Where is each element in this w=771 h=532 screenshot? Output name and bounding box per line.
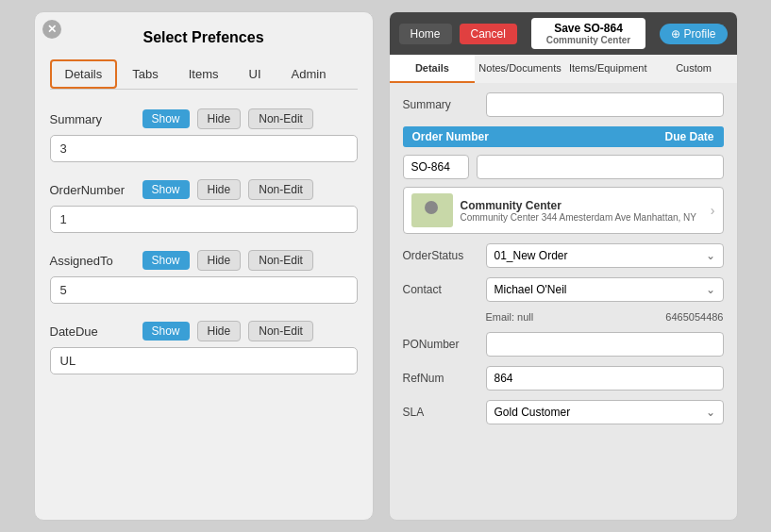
tab-ui[interactable]: UI bbox=[234, 59, 277, 89]
chevron-down-icon: ⌄ bbox=[706, 249, 715, 262]
datedue-hide-button[interactable]: Hide bbox=[197, 321, 242, 341]
preferences-panel: ✕ Select Prefences Details Tabs Items UI… bbox=[34, 11, 374, 521]
sla-row: SLA Gold Customer ⌄ bbox=[403, 400, 724, 424]
contact-value: Michael O'Neil bbox=[494, 283, 567, 296]
tab-admin[interactable]: Admin bbox=[277, 59, 342, 89]
orderstatus-label: OrderStatus bbox=[403, 249, 478, 262]
orderstatus-value: 01_New Order bbox=[494, 249, 568, 262]
location-address: Community Center 344 Amesterdam Ave Manh… bbox=[461, 212, 703, 223]
pref-datedue-row: DateDue Show Hide Non-Edit bbox=[50, 321, 358, 341]
pref-summary-row: Summary Show Hide Non-Edit bbox=[50, 108, 358, 129]
pref-assignedto-row: AssignedTo Show Hide Non-Edit bbox=[50, 250, 358, 271]
location-card[interactable]: Community Center Community Center 344 Am… bbox=[403, 187, 724, 234]
profile-button[interactable]: ⊕ Profile bbox=[660, 24, 727, 44]
sla-label: SLA bbox=[403, 406, 478, 419]
chevron-down-icon: ⌄ bbox=[706, 283, 715, 296]
save-button[interactable]: Save SO-864 Community Center bbox=[531, 18, 645, 49]
summary-nonedit-button[interactable]: Non-Edit bbox=[248, 108, 313, 129]
ponumber-label: PONumber bbox=[403, 338, 478, 351]
tab-notes[interactable]: Notes/Documents bbox=[475, 55, 564, 83]
pref-datedue-section: DateDue Show Hide Non-Edit bbox=[50, 321, 358, 374]
datedue-show-button[interactable]: Show bbox=[142, 322, 190, 341]
pref-summary-label: Summary bbox=[50, 112, 135, 126]
right-tabs-bar: Details Notes/Documents Items/Equipment … bbox=[390, 55, 737, 83]
sla-value: Gold Customer bbox=[494, 406, 571, 419]
refnum-row: RefNum bbox=[403, 366, 724, 391]
tab-custom[interactable]: Custom bbox=[651, 55, 737, 83]
ordernumber-value-input[interactable] bbox=[50, 206, 358, 233]
datedue-value-input[interactable] bbox=[50, 347, 358, 374]
cancel-button[interactable]: Cancel bbox=[460, 24, 517, 44]
assignedto-hide-button[interactable]: Hide bbox=[197, 250, 242, 271]
tab-details[interactable]: Details bbox=[390, 55, 476, 83]
contact-phone: 6465054486 bbox=[665, 311, 723, 323]
datedue-nonedit-button[interactable]: Non-Edit bbox=[248, 321, 313, 341]
summary-field-row: Summary bbox=[403, 92, 724, 117]
summary-hide-button[interactable]: Hide bbox=[197, 108, 242, 129]
panel-title: Select Prefences bbox=[50, 22, 358, 59]
order-number-row bbox=[403, 155, 724, 179]
summary-value-input[interactable] bbox=[50, 135, 358, 162]
save-area: Save SO-864 Community Center bbox=[525, 18, 652, 49]
pref-ordernumber-section: OrderNumber Show Hide Non-Edit bbox=[50, 179, 358, 233]
contact-label: Contact bbox=[403, 283, 478, 296]
order-number-bar: Order Number Due Date bbox=[403, 126, 724, 147]
assignedto-show-button[interactable]: Show bbox=[142, 251, 190, 270]
due-date-bar-label: Due Date bbox=[664, 130, 713, 143]
pref-tabs-bar: Details Tabs Items UI Admin bbox=[50, 59, 358, 90]
assignedto-nonedit-button[interactable]: Non-Edit bbox=[248, 250, 313, 271]
pref-ordernumber-label: OrderNumber bbox=[50, 183, 135, 197]
tab-items[interactable]: Items bbox=[174, 59, 234, 89]
ponumber-row: PONumber bbox=[403, 332, 724, 357]
ordernumber-show-button[interactable]: Show bbox=[142, 180, 190, 199]
assignedto-value-input[interactable] bbox=[50, 276, 358, 304]
chevron-right-icon: › bbox=[711, 203, 715, 218]
order-number-bar-label: Order Number bbox=[412, 130, 489, 143]
ponumber-input[interactable] bbox=[486, 332, 724, 357]
save-label: Save SO-864 bbox=[546, 22, 630, 35]
tab-details[interactable]: Details bbox=[50, 59, 118, 89]
right-content: Summary Order Number Due Date Community … bbox=[390, 83, 737, 443]
close-button[interactable]: ✕ bbox=[42, 20, 61, 39]
save-sub-label: Community Center bbox=[546, 35, 630, 45]
due-date-input[interactable] bbox=[477, 155, 724, 179]
orderstatus-select[interactable]: 01_New Order ⌄ bbox=[486, 243, 724, 268]
tab-items-equipment[interactable]: Items/Equipment bbox=[565, 55, 651, 83]
refnum-label: RefNum bbox=[403, 372, 478, 385]
sla-select[interactable]: Gold Customer ⌄ bbox=[486, 400, 724, 424]
contact-sub-row: Email: null 6465054486 bbox=[486, 311, 724, 323]
ordernumber-nonedit-button[interactable]: Non-Edit bbox=[248, 179, 313, 200]
pref-assignedto-section: AssignedTo Show Hide Non-Edit bbox=[50, 250, 358, 304]
summary-show-button[interactable]: Show bbox=[142, 109, 190, 128]
summary-label: Summary bbox=[403, 98, 478, 111]
contact-row: Contact Michael O'Neil ⌄ bbox=[403, 277, 724, 302]
pref-datedue-label: DateDue bbox=[50, 324, 135, 339]
order-number-input[interactable] bbox=[403, 155, 469, 179]
map-thumbnail bbox=[411, 193, 453, 227]
pref-ordernumber-row: OrderNumber Show Hide Non-Edit bbox=[50, 179, 358, 200]
location-info: Community Center Community Center 344 Am… bbox=[461, 199, 703, 223]
refnum-input[interactable] bbox=[486, 366, 724, 391]
contact-email: Email: null bbox=[486, 311, 534, 323]
chevron-down-icon: ⌄ bbox=[706, 406, 715, 419]
pref-assignedto-label: AssignedTo bbox=[50, 254, 135, 268]
contact-select[interactable]: Michael O'Neil ⌄ bbox=[486, 277, 724, 302]
tab-tabs[interactable]: Tabs bbox=[117, 59, 173, 89]
top-bar: Home Cancel Save SO-864 Community Center… bbox=[390, 12, 737, 55]
location-name: Community Center bbox=[461, 199, 703, 212]
service-order-panel: Home Cancel Save SO-864 Community Center… bbox=[389, 11, 738, 521]
orderstatus-row: OrderStatus 01_New Order ⌄ bbox=[403, 243, 724, 268]
pref-summary-section: Summary Show Hide Non-Edit bbox=[50, 108, 358, 162]
summary-input[interactable] bbox=[486, 92, 724, 117]
home-button[interactable]: Home bbox=[399, 24, 452, 44]
ordernumber-hide-button[interactable]: Hide bbox=[197, 179, 242, 200]
